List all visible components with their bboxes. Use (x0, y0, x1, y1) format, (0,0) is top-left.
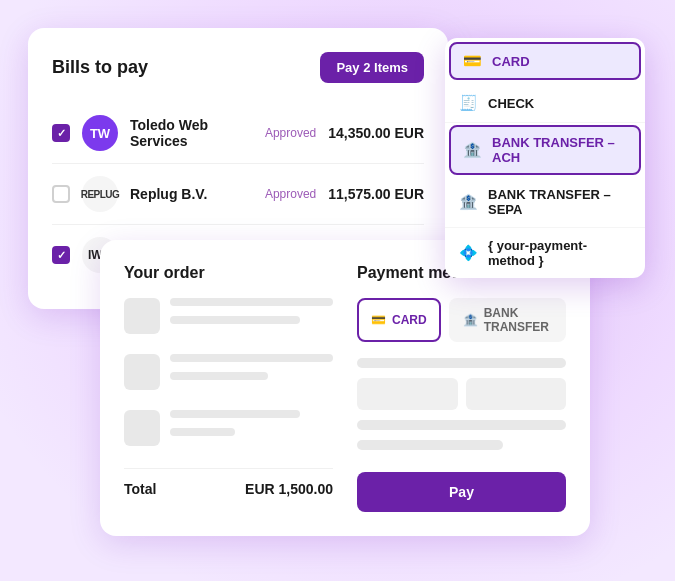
company-name-2: Replug B.V. (130, 186, 253, 202)
skeleton-block-1 (124, 298, 160, 334)
order-divider (124, 468, 333, 469)
tab-card[interactable]: 💳 CARD (357, 298, 441, 342)
tab-bank-label: BANK TRANSFER (484, 306, 552, 334)
bill-row-1: TW Toledo Web Services Approved 14,350.0… (52, 103, 424, 164)
payment-field-group (357, 378, 566, 410)
custom-method-icon: 💠 (459, 244, 478, 262)
checkbox-1[interactable] (52, 124, 70, 142)
logo-toledo: TW (82, 115, 118, 151)
dropdown-item-custom[interactable]: 💠 { your-payment-method } (445, 228, 645, 278)
bill-info-1: Toledo Web Services (130, 117, 253, 149)
bill-row-2: REPLUG Replug B.V. Approved 11,575.00 EU… (52, 164, 424, 225)
skeleton-block-3 (124, 410, 160, 446)
order-section-title: Your order (124, 264, 333, 282)
payment-field-3 (466, 378, 567, 410)
check-icon: 🧾 (459, 94, 478, 112)
tab-card-icon: 💳 (371, 313, 386, 327)
order-item-3 (124, 410, 333, 456)
tab-bank-transfer[interactable]: 🏦 BANK TRANSFER (449, 298, 566, 342)
skeleton-line-2a (170, 354, 333, 362)
order-section: Your order (124, 264, 333, 512)
company-name-1: Toledo Web Services (130, 117, 253, 149)
skeleton-block-2 (124, 354, 160, 390)
payment-section: Payment method 💳 CARD 🏦 BANK TRANSFER P (357, 264, 566, 512)
skeleton-line-2b (170, 372, 268, 380)
card-icon: 💳 (463, 52, 482, 70)
pay-button[interactable]: Pay (357, 472, 566, 512)
checkbox-3[interactable] (52, 246, 70, 264)
tab-bank-icon: 🏦 (463, 313, 478, 327)
payment-tabs: 💳 CARD 🏦 BANK TRANSFER (357, 298, 566, 342)
payment-field-5 (357, 440, 503, 450)
dropdown-item-card[interactable]: 💳 CARD (449, 42, 641, 80)
bank-ach-icon: 🏦 (463, 141, 482, 159)
scene: Bills to pay Pay 2 Items TW Toledo Web S… (0, 0, 675, 581)
dropdown-label-check: CHECK (488, 96, 534, 111)
dropdown-label-card: CARD (492, 54, 530, 69)
dropdown-label-ach: BANK TRANSFER – ACH (492, 135, 627, 165)
logo-replug: REPLUG (82, 176, 118, 212)
order-item-2 (124, 354, 333, 400)
skeleton-line-1a (170, 298, 333, 306)
order-payment-card: Your order (100, 240, 590, 536)
payment-field-2 (357, 378, 458, 410)
order-item-1 (124, 298, 333, 344)
checkbox-2[interactable] (52, 185, 70, 203)
bills-title: Bills to pay (52, 57, 148, 78)
order-total-row: Total EUR 1,500.00 (124, 481, 333, 497)
dropdown-label-custom: { your-payment-method } (488, 238, 631, 268)
dropdown-item-check[interactable]: 🧾 CHECK (445, 84, 645, 123)
payment-field-1 (357, 358, 566, 368)
dropdown-item-ach[interactable]: 🏦 BANK TRANSFER – ACH (449, 125, 641, 175)
payment-method-dropdown: 💳 CARD 🧾 CHECK 🏦 BANK TRANSFER – ACH 🏦 B… (445, 38, 645, 278)
bank-sepa-icon: 🏦 (459, 193, 478, 211)
dropdown-item-sepa[interactable]: 🏦 BANK TRANSFER – SEPA (445, 177, 645, 228)
skeleton-line-1b (170, 316, 300, 324)
total-value: EUR 1,500.00 (245, 481, 333, 497)
total-label: Total (124, 481, 156, 497)
skeleton-line-3a (170, 410, 300, 418)
status-badge-1: Approved (265, 126, 316, 140)
payment-field-4 (357, 420, 566, 430)
pay-items-button[interactable]: Pay 2 Items (320, 52, 424, 83)
amount-2: 11,575.00 EUR (328, 186, 424, 202)
amount-1: 14,350.00 EUR (328, 125, 424, 141)
tab-card-label: CARD (392, 313, 427, 327)
dropdown-label-sepa: BANK TRANSFER – SEPA (488, 187, 631, 217)
bills-header: Bills to pay Pay 2 Items (52, 52, 424, 83)
skeleton-line-3b (170, 428, 235, 436)
status-badge-2: Approved (265, 187, 316, 201)
bill-info-2: Replug B.V. (130, 186, 253, 202)
